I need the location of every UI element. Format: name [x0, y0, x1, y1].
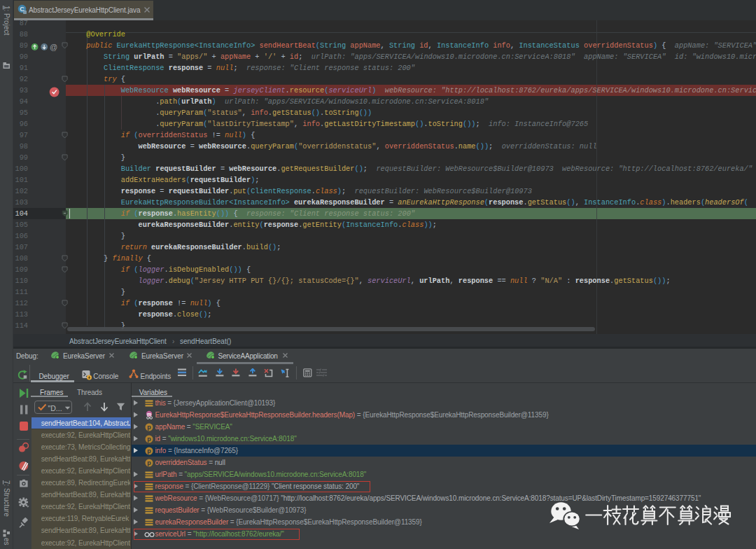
svg-text:p: p	[147, 447, 151, 454]
svg-text:p: p	[147, 436, 151, 443]
svg-text:m: m	[146, 412, 150, 417]
svg-text:p: p	[147, 424, 151, 431]
svg-text:p: p	[147, 459, 151, 466]
svg-text:@: @	[50, 43, 57, 51]
